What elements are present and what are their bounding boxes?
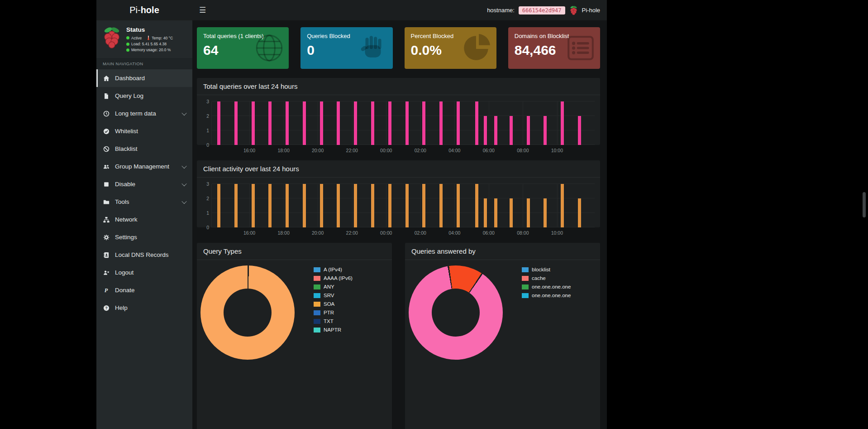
sidebar-item-label: Blacklist (115, 145, 138, 152)
query-bar[interactable] (354, 184, 357, 227)
query-bar[interactable] (252, 101, 255, 145)
legend-swatch (314, 284, 320, 289)
scrollbar[interactable] (863, 0, 867, 429)
query-bar[interactable] (578, 198, 581, 227)
queries-answered-donut[interactable] (409, 265, 503, 360)
legend-item[interactable]: cache (522, 275, 571, 281)
sidebar-item-dashboard[interactable]: Dashboard (96, 69, 192, 87)
query-bar[interactable] (457, 101, 460, 145)
query-bar[interactable] (405, 101, 409, 145)
sidebar-item-blacklist[interactable]: Blacklist (96, 140, 192, 158)
query-types-donut[interactable] (200, 265, 295, 360)
query-bar[interactable] (303, 184, 306, 227)
query-bar[interactable] (439, 184, 443, 227)
query-bar[interactable] (337, 184, 340, 227)
chevron-down-icon (181, 198, 186, 203)
query-bar[interactable] (422, 184, 425, 227)
legend-item[interactable]: TXT (314, 318, 353, 324)
query-bar[interactable] (439, 101, 443, 145)
sidebar-item-donate[interactable]: PDonate (96, 281, 192, 299)
query-bar[interactable] (457, 184, 460, 227)
legend-item[interactable]: NAPTR (314, 327, 353, 333)
sidebar-item-whitelist[interactable]: Whitelist (96, 122, 192, 140)
sidebar-item-help[interactable]: ?Help (96, 299, 192, 317)
query-bar[interactable] (527, 198, 530, 227)
query-bar[interactable] (510, 198, 513, 227)
query-bar[interactable] (217, 184, 220, 227)
legend-item[interactable]: one.one.one.one (522, 284, 571, 289)
scrollbar-thumb[interactable] (863, 192, 866, 217)
status-text: Memory usage: 20.0 % (131, 48, 171, 52)
legend-item[interactable]: PTR (314, 310, 353, 315)
query-bar[interactable] (475, 101, 478, 145)
sidebar-item-group-management[interactable]: Group Management (96, 158, 192, 175)
query-bar[interactable] (422, 101, 425, 145)
x-axis-label: 18:00 (277, 148, 289, 153)
query-bar[interactable] (405, 184, 409, 227)
sidebar-item-local-dns-records[interactable]: Local DNS Records (96, 246, 192, 264)
legend-item[interactable]: blocklist (522, 267, 571, 272)
legend-label: SOA (324, 301, 334, 307)
query-bar[interactable] (268, 101, 272, 145)
query-bar[interactable] (268, 184, 272, 227)
gridline-v (420, 101, 421, 145)
query-bar[interactable] (494, 116, 497, 145)
query-bar[interactable] (388, 184, 391, 227)
query-bar[interactable] (234, 101, 238, 145)
legend-label: cache (532, 275, 546, 281)
legend-item[interactable]: A (IPv4) (314, 267, 353, 272)
query-bar[interactable] (303, 101, 306, 145)
query-bar[interactable] (320, 101, 323, 145)
legend-item[interactable]: one.one.one.one (522, 293, 571, 298)
query-bar[interactable] (484, 198, 487, 227)
gridline-v (489, 184, 489, 227)
query-bar[interactable] (494, 198, 497, 227)
query-bar[interactable] (544, 198, 547, 227)
query-bar[interactable] (578, 116, 581, 145)
legend-item[interactable]: SRV (314, 293, 353, 298)
total-queries-chart[interactable]: 012316:0018:0020:0022:0000:0002:0004:000… (211, 101, 595, 145)
sidebar-item-logout[interactable]: Logout (96, 264, 192, 281)
home-icon (103, 75, 110, 82)
query-bar[interactable] (217, 101, 220, 145)
client-activity-chart[interactable]: 012316:0018:0020:0022:0000:0002:0004:000… (211, 184, 595, 227)
sidebar-item-settings[interactable]: Settings (96, 228, 192, 246)
brand-logo[interactable]: Pi-hole (96, 0, 192, 20)
sidebar-item-tools[interactable]: Tools (96, 193, 192, 211)
query-bar[interactable] (388, 101, 391, 145)
query-bar[interactable] (337, 101, 340, 145)
legend-swatch (314, 328, 320, 333)
sidebar-item-network[interactable]: Network (96, 211, 192, 228)
query-bar[interactable] (544, 116, 547, 145)
legend-item[interactable]: SOA (314, 301, 353, 307)
summary-card-hand: Queries Blocked0 (300, 27, 392, 69)
query-bar[interactable] (527, 116, 530, 145)
sidebar-section-label: MAIN NAVIGATION (96, 58, 192, 69)
query-bar[interactable] (475, 184, 478, 227)
query-bar[interactable] (354, 101, 357, 145)
menu-toggle-icon[interactable]: ☰ (199, 6, 206, 14)
query-bar[interactable] (561, 184, 564, 227)
query-bar[interactable] (371, 184, 374, 227)
bottom-panels: Query Types A (IPv4)AAAA (IPv6)ANYSRVSOA… (197, 243, 600, 429)
legend-item[interactable]: AAAA (IPv6) (314, 275, 353, 281)
query-bar[interactable] (371, 101, 374, 145)
sidebar-item-label: Settings (115, 234, 137, 241)
query-bar[interactable] (252, 184, 255, 227)
users-icon (103, 164, 110, 170)
x-axis-label: 04:00 (448, 148, 460, 153)
query-bar[interactable] (286, 101, 289, 145)
query-bar[interactable] (484, 116, 487, 145)
sidebar-item-disable[interactable]: Disable (96, 175, 192, 193)
query-bar[interactable] (286, 184, 289, 227)
svg-text:P: P (105, 287, 108, 294)
sitemap-icon (103, 217, 110, 223)
query-bar[interactable] (320, 184, 323, 227)
query-bar[interactable] (234, 184, 238, 227)
sidebar-item-long-term-data[interactable]: Long term data (96, 105, 192, 122)
sidebar-item-query-log[interactable]: Query Log (96, 87, 192, 105)
legend-item[interactable]: ANY (314, 284, 353, 289)
query-bar[interactable] (510, 116, 513, 145)
y-axis-label: 3 (200, 99, 209, 104)
query-bar[interactable] (561, 101, 564, 145)
